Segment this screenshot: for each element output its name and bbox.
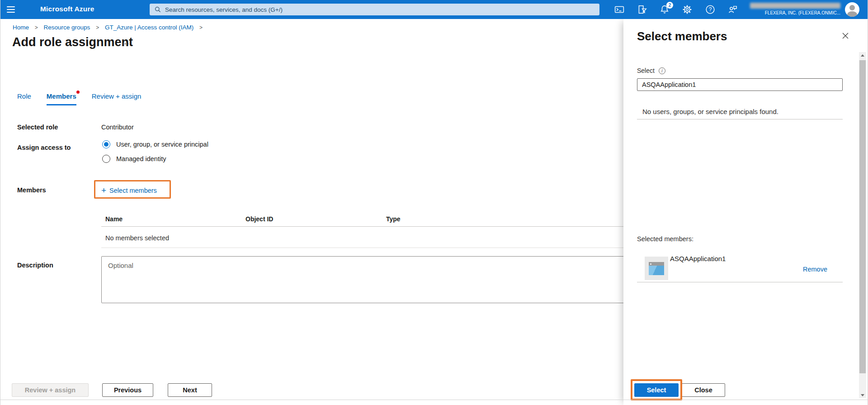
plus-icon: + — [101, 186, 106, 195]
close-icon[interactable] — [840, 30, 851, 42]
page-title: Add role assignment — [12, 35, 133, 49]
breadcrumb-iam[interactable]: GT_Azure | Access control (IAM) — [105, 24, 193, 31]
account-name-redacted — [750, 3, 840, 9]
breadcrumb-separator: > — [199, 24, 203, 31]
members-tab-alert-dot — [76, 91, 80, 94]
table-row-divider — [101, 248, 651, 248]
table-header-name: Name — [105, 215, 123, 223]
notification-count-badge: 2 — [666, 2, 673, 9]
selected-role-label: Selected role — [17, 124, 58, 131]
scroll-down-icon[interactable] — [859, 392, 866, 398]
panel-divider — [637, 119, 843, 119]
search-icon — [154, 6, 161, 13]
panel-divider — [637, 282, 843, 282]
review-assign-button[interactable]: Review + assign — [12, 383, 89, 397]
hamburger-menu-icon[interactable] — [7, 5, 18, 14]
breadcrumb-separator: > — [96, 24, 99, 31]
remove-member-link[interactable]: Remove — [803, 266, 827, 273]
feedback-icon[interactable] — [728, 5, 738, 14]
panel-title: Select members — [637, 29, 727, 43]
members-label: Members — [17, 186, 46, 194]
selected-members-label: Selected members: — [637, 235, 693, 243]
account-tenant-label: FLEXERA, INC. (FLEXERA.ONMIC... — [750, 10, 840, 15]
panel-select-button[interactable]: Select — [634, 383, 679, 397]
select-members-link[interactable]: + Select members — [101, 186, 157, 195]
description-textarea[interactable] — [101, 256, 651, 303]
description-label: Description — [17, 262, 53, 269]
svg-text:?: ? — [709, 6, 712, 13]
assign-access-label: Assign access to — [17, 144, 71, 151]
tab-bar: Role Members Review + assign — [17, 92, 156, 105]
search-input[interactable] — [165, 6, 566, 13]
top-bar: Microsoft Azure 2 — [0, 0, 868, 19]
panel-close-button[interactable]: Close — [682, 383, 725, 397]
window-bottom-edge — [0, 400, 868, 400]
radio-unselected-icon — [102, 155, 110, 163]
breadcrumb-resource-groups[interactable]: Resource groups — [44, 24, 90, 31]
breadcrumb-home[interactable]: Home — [13, 24, 29, 31]
info-icon[interactable]: i — [659, 67, 665, 74]
radio-managed-identity[interactable]: Managed identity — [102, 155, 166, 163]
tab-members[interactable]: Members — [47, 92, 76, 105]
next-button[interactable]: Next — [168, 383, 212, 397]
breadcrumb-separator: > — [35, 24, 38, 31]
radio-user-group-service-principal[interactable]: User, group, or service principal — [102, 140, 208, 148]
previous-button[interactable]: Previous — [102, 383, 153, 397]
panel-scrollbar[interactable] — [859, 52, 866, 398]
help-icon[interactable]: ? — [705, 5, 715, 14]
select-members-panel: Select members Select i No users, groups… — [623, 19, 868, 405]
gear-icon[interactable] — [682, 5, 692, 14]
brand-title[interactable]: Microsoft Azure — [40, 5, 94, 13]
tab-review-assign[interactable]: Review + assign — [92, 92, 142, 105]
cloud-shell-icon[interactable] — [614, 5, 624, 14]
table-empty-text: No members selected — [105, 234, 169, 242]
member-search-input[interactable] — [637, 78, 843, 91]
table-header-divider — [101, 226, 651, 227]
directory-filter-icon[interactable] — [637, 5, 647, 14]
table-header-type: Type — [386, 215, 401, 223]
notifications-bell-icon[interactable]: 2 — [660, 5, 670, 14]
select-field-label: Select i — [637, 67, 665, 74]
selected-role-value: Contributor — [101, 124, 134, 131]
account-button[interactable]: FLEXERA, INC. (FLEXERA.ONMIC... — [750, 2, 840, 17]
no-results-text: No users, groups, or service principals … — [642, 108, 778, 115]
global-search — [150, 4, 599, 15]
avatar[interactable] — [845, 2, 859, 17]
scrollbar-thumb[interactable] — [859, 60, 866, 373]
radio-selected-icon — [102, 140, 110, 148]
breadcrumb: Home > Resource groups > GT_Azure | Acce… — [13, 24, 207, 31]
app-window-icon — [645, 257, 668, 280]
azure-portal-window: Microsoft Azure 2 — [0, 0, 868, 405]
selected-member-name: ASQAApplication1 — [670, 255, 726, 262]
tab-role[interactable]: Role — [17, 92, 31, 105]
title-overflow-menu[interactable]: ··· — [122, 40, 130, 48]
table-header-object-id: Object ID — [245, 215, 273, 223]
scroll-up-icon[interactable] — [859, 52, 866, 58]
